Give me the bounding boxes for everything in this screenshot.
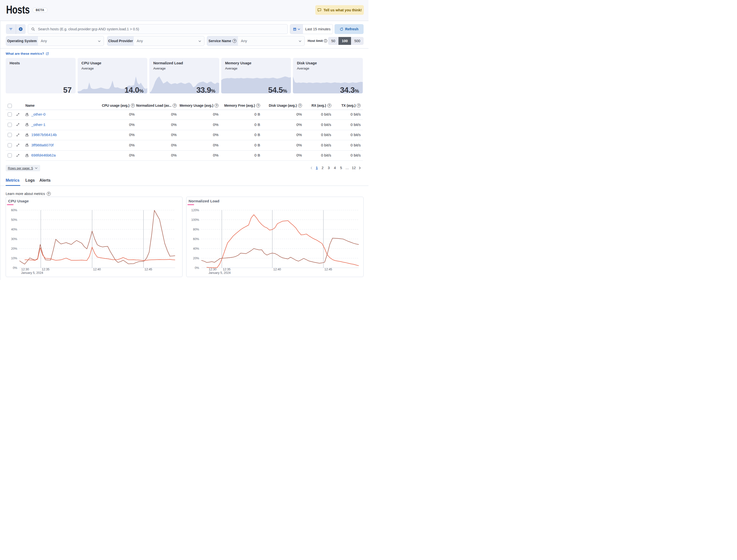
svg-text:12:45: 12:45 [145,267,152,271]
svg-text:20%: 20% [193,256,199,260]
svg-text:50%: 50% [11,218,17,221]
svg-text:20%: 20% [11,247,17,250]
svg-text:12:45: 12:45 [325,267,332,271]
svg-text:40%: 40% [193,247,199,250]
svg-text:100%: 100% [191,218,199,221]
svg-text:80%: 80% [193,227,199,231]
svg-text:60%: 60% [11,208,17,212]
svg-text:12:30: 12:30 [21,267,29,271]
svg-text:12:40: 12:40 [93,267,101,271]
svg-text:January 5, 2024: January 5, 2024 [21,271,43,274]
svg-text:0%: 0% [195,266,199,269]
svg-text:60%: 60% [193,237,199,241]
svg-text:12:40: 12:40 [273,267,281,271]
svg-text:10%: 10% [11,256,17,260]
svg-text:12:35: 12:35 [42,267,50,271]
svg-text:12:35: 12:35 [223,267,230,271]
svg-text:120%: 120% [191,208,199,212]
svg-text:0%: 0% [13,266,17,269]
svg-text:30%: 30% [11,237,17,241]
svg-text:12:30: 12:30 [209,267,216,271]
svg-text:40%: 40% [11,227,17,231]
svg-text:January 5, 2024: January 5, 2024 [208,271,231,274]
